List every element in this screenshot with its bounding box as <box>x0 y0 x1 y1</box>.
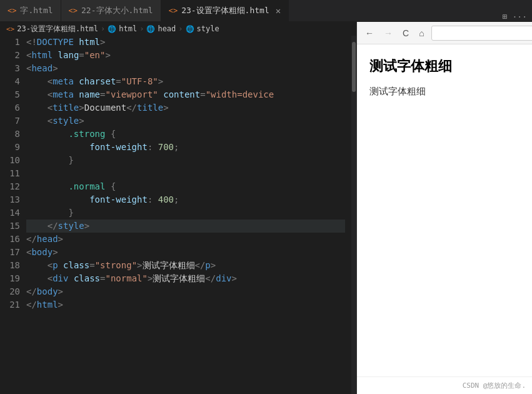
code-line-14: } <box>26 206 345 220</box>
code-line-9: font-weight: 700; <box>26 141 345 154</box>
code-line-20: </body> <box>26 285 345 298</box>
preview-strong-text: 测试字体粗细 <box>369 57 519 76</box>
breadcrumb-html-icon: 🌐 <box>108 25 116 33</box>
main-area: <> 23-设置字体粗细.html › 🌐 html › 🌐 head › 🌐 … <box>0 22 532 394</box>
code-line-1: <!DOCTYPE html> <box>26 36 345 49</box>
tab-file2[interactable]: <> 22-字体大小.html <box>61 0 161 21</box>
scroll-indicator <box>351 36 356 394</box>
preview-normal-text: 测试字体粗细 <box>369 86 519 98</box>
tab-icon-1: <> <box>8 6 16 15</box>
code-line-19: <div class="normal">测试字体粗细</div> <box>26 272 345 285</box>
code-line-17: <body> <box>26 246 345 259</box>
tab-label-3: 23-设置字体粗细.html <box>181 5 269 16</box>
preview-pane: ← → C ⌂ 文 测试字体粗细 测试字体粗细 CSDN @悠放的生命. <box>356 22 532 394</box>
code-line-13: font-weight: 400; <box>26 193 345 206</box>
line-numbers: 12345 678910 1112131415 1617181920 21 <box>0 36 26 394</box>
code-line-3: <head> <box>26 62 345 75</box>
preview-footer: CSDN @悠放的生命. <box>357 376 532 394</box>
browser-back-button[interactable]: ← <box>362 27 377 39</box>
code-lines: <!DOCTYPE html> <html lang="en"> <head> … <box>26 36 351 394</box>
split-editor-icon[interactable]: ⊞ <box>503 12 508 21</box>
code-line-2: <html lang="en"> <box>26 49 345 62</box>
code-line-4: <meta charset="UTF-8"> <box>26 75 345 88</box>
tab-actions: ⊞ ··· <box>498 12 532 21</box>
code-line-11 <box>26 167 345 180</box>
code-line-16: </head> <box>26 233 345 246</box>
code-line-5: <meta name="viewport" content="width=dev… <box>26 88 345 101</box>
breadcrumb-file[interactable]: 23-设置字体粗细.html <box>17 24 98 34</box>
browser-reload-button[interactable]: C <box>399 27 412 39</box>
code-area[interactable]: 12345 678910 1112131415 1617181920 21 <!… <box>0 36 356 394</box>
browser-address-bar[interactable] <box>431 26 532 41</box>
breadcrumb-file-icon: <> <box>6 25 14 33</box>
tab-file3[interactable]: <> 23-设置字体粗细.html ✕ <box>161 0 289 21</box>
browser-home-button[interactable]: ⌂ <box>416 27 427 39</box>
breadcrumb-style-icon: 🌐 <box>186 25 194 33</box>
browser-toolbar: ← → C ⌂ 文 <box>357 22 532 44</box>
code-line-21: </html> <box>26 298 345 311</box>
code-line-6: <title>Document</title> <box>26 101 345 114</box>
tab-bar: <> 字.html <> 22-字体大小.html <> 23-设置字体粗细.h… <box>0 0 532 22</box>
breadcrumb: <> 23-设置字体粗细.html › 🌐 html › 🌐 head › 🌐 … <box>0 22 356 36</box>
breadcrumb-sep-2: › <box>139 24 144 33</box>
breadcrumb-head[interactable]: head <box>158 24 176 33</box>
tab-label-2: 22-字体大小.html <box>81 5 153 16</box>
tab-file1[interactable]: <> 字.html <box>0 0 61 21</box>
tab-icon-2: <> <box>69 6 78 15</box>
code-line-18: <p class="strong">测试字体粗细</p> <box>26 259 345 272</box>
code-line-7: <style> <box>26 114 345 128</box>
code-line-12: .normal { <box>26 180 345 193</box>
breadcrumb-sep-1: › <box>101 24 105 33</box>
breadcrumb-sep-3: › <box>178 24 183 33</box>
code-line-10: } <box>26 154 345 167</box>
code-line-15: </style> <box>26 220 345 233</box>
scroll-thumb <box>352 42 356 92</box>
code-line-8: .strong { <box>26 128 345 141</box>
breadcrumb-head-icon: 🌐 <box>146 25 155 33</box>
breadcrumb-html[interactable]: html <box>119 24 137 33</box>
preview-content: 测试字体粗细 测试字体粗细 <box>357 44 532 376</box>
more-actions-icon[interactable]: ··· <box>513 12 527 21</box>
tab-label-1: 字.html <box>20 5 53 16</box>
browser-forward-button[interactable]: → <box>381 27 396 39</box>
breadcrumb-style[interactable]: style <box>197 24 219 33</box>
tab-icon-3: <> <box>169 6 178 15</box>
editor-pane: <> 23-设置字体粗细.html › 🌐 html › 🌐 head › 🌐 … <box>0 22 356 394</box>
tab-close-3[interactable]: ✕ <box>276 6 281 16</box>
